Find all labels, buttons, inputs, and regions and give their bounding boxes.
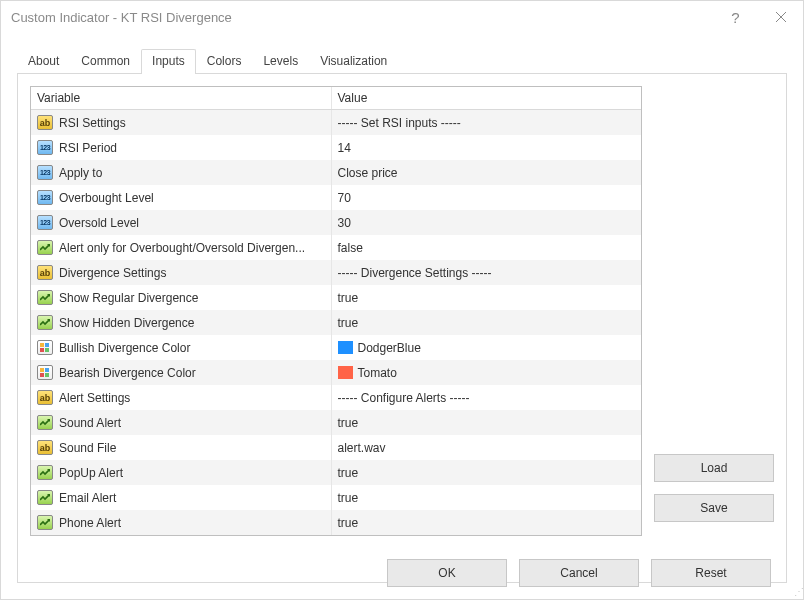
variable-name: Email Alert (59, 491, 116, 505)
table-row[interactable]: abAlert Settings----- Configure Alerts -… (31, 385, 641, 410)
variable-name: Show Hidden Divergence (59, 316, 194, 330)
variable-name: Bearish Divergence Color (59, 366, 196, 380)
table-row[interactable]: abDivergence Settings----- Divergence Se… (31, 260, 641, 285)
table-row[interactable]: Phone Alerttrue (31, 510, 641, 535)
type-bool-icon (37, 315, 53, 330)
color-swatch (338, 341, 353, 354)
save-button[interactable]: Save (654, 494, 774, 522)
variable-value: true (338, 416, 359, 430)
variable-value: 14 (338, 141, 351, 155)
close-button[interactable] (758, 1, 803, 33)
tab-inputs[interactable]: Inputs (141, 49, 196, 74)
variable-name: Phone Alert (59, 516, 121, 530)
variable-value: alert.wav (338, 441, 386, 455)
type-bool-icon (37, 465, 53, 480)
variable-value: DodgerBlue (358, 341, 421, 355)
table-row[interactable]: Show Regular Divergencetrue (31, 285, 641, 310)
cancel-button[interactable]: Cancel (519, 559, 639, 587)
variable-name: Apply to (59, 166, 102, 180)
variable-name: RSI Settings (59, 116, 126, 130)
variable-name: Alert Settings (59, 391, 130, 405)
variable-value: ----- Configure Alerts ----- (338, 391, 470, 405)
table-row[interactable]: Bearish Divergence ColorTomato (31, 360, 641, 385)
type-bool-icon (37, 415, 53, 430)
type-bool-icon (37, 290, 53, 305)
table-row[interactable]: 123RSI Period14 (31, 135, 641, 160)
type-string-icon: ab (37, 440, 53, 455)
help-button[interactable]: ? (713, 1, 758, 33)
variable-name: Sound Alert (59, 416, 121, 430)
table-row[interactable]: abRSI Settings----- Set RSI inputs ----- (31, 110, 641, 136)
load-button[interactable]: Load (654, 454, 774, 482)
type-color-icon (37, 365, 53, 380)
variable-name: Overbought Level (59, 191, 154, 205)
resize-grip[interactable]: ⋰ (794, 586, 801, 597)
dialog-window: Custom Indicator - KT RSI Divergence ? A… (0, 0, 804, 600)
svg-rect-9 (45, 373, 49, 377)
type-bool-icon (37, 240, 53, 255)
table-row[interactable]: PopUp Alerttrue (31, 460, 641, 485)
variable-name: Divergence Settings (59, 266, 166, 280)
variable-value: Tomato (358, 366, 397, 380)
table-row[interactable]: Email Alerttrue (31, 485, 641, 510)
variable-value: true (338, 316, 359, 330)
type-string-icon: ab (37, 265, 53, 280)
close-icon (775, 11, 787, 23)
variable-name: Bullish Divergence Color (59, 341, 190, 355)
type-string-icon: ab (37, 390, 53, 405)
reset-button[interactable]: Reset (651, 559, 771, 587)
type-bool-icon (37, 490, 53, 505)
variable-value: true (338, 466, 359, 480)
variable-name: PopUp Alert (59, 466, 123, 480)
table-row[interactable]: abSound Filealert.wav (31, 435, 641, 460)
svg-rect-8 (40, 373, 44, 377)
window-title: Custom Indicator - KT RSI Divergence (11, 10, 713, 25)
variable-name: Oversold Level (59, 216, 139, 230)
tab-about[interactable]: About (17, 49, 70, 74)
svg-rect-5 (45, 348, 49, 352)
table-row[interactable]: Bullish Divergence ColorDodgerBlue (31, 335, 641, 360)
variable-value: ----- Divergence Settings ----- (338, 266, 492, 280)
type-number-icon: 123 (37, 215, 53, 230)
variable-name: Alert only for Overbought/Oversold Diver… (59, 241, 305, 255)
type-string-icon: ab (37, 115, 53, 130)
variable-name: Sound File (59, 441, 116, 455)
svg-rect-3 (45, 343, 49, 347)
dialog-content: AboutCommonInputsColorsLevelsVisualizati… (17, 49, 787, 599)
tab-page-inputs: Variable Value abRSI Settings----- Set R… (17, 73, 787, 583)
column-header-value[interactable]: Value (331, 87, 641, 110)
svg-rect-6 (40, 368, 44, 372)
variable-name: Show Regular Divergence (59, 291, 198, 305)
variable-value: true (338, 291, 359, 305)
svg-rect-4 (40, 348, 44, 352)
table-row[interactable]: 123Apply toClose price (31, 160, 641, 185)
bottom-buttons: OK Cancel Reset (387, 559, 771, 587)
type-number-icon: 123 (37, 140, 53, 155)
tab-strip: AboutCommonInputsColorsLevelsVisualizati… (17, 49, 787, 74)
table-row[interactable]: Alert only for Overbought/Oversold Diver… (31, 235, 641, 260)
column-header-variable[interactable]: Variable (31, 87, 331, 110)
variable-value: 30 (338, 216, 351, 230)
tab-common[interactable]: Common (70, 49, 141, 74)
color-swatch (338, 366, 353, 379)
table-row[interactable]: Show Hidden Divergencetrue (31, 310, 641, 335)
type-color-icon (37, 340, 53, 355)
svg-rect-2 (40, 343, 44, 347)
tab-levels[interactable]: Levels (252, 49, 309, 74)
titlebar: Custom Indicator - KT RSI Divergence ? (1, 1, 803, 33)
type-number-icon: 123 (37, 190, 53, 205)
table-row[interactable]: Sound Alerttrue (31, 410, 641, 435)
ok-button[interactable]: OK (387, 559, 507, 587)
side-buttons: Load Save (654, 454, 774, 522)
type-bool-icon (37, 515, 53, 530)
tab-colors[interactable]: Colors (196, 49, 253, 74)
table-row[interactable]: 123Overbought Level70 (31, 185, 641, 210)
tab-visualization[interactable]: Visualization (309, 49, 398, 74)
variable-value: 70 (338, 191, 351, 205)
variable-name: RSI Period (59, 141, 117, 155)
variable-value: true (338, 516, 359, 530)
table-row[interactable]: 123Oversold Level30 (31, 210, 641, 235)
inputs-table: Variable Value abRSI Settings----- Set R… (30, 86, 642, 536)
variable-value: true (338, 491, 359, 505)
type-number-icon: 123 (37, 165, 53, 180)
